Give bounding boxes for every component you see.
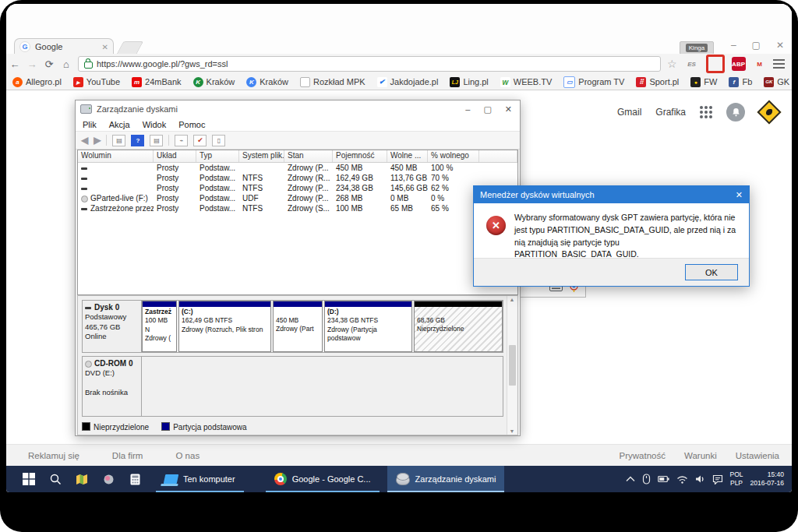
scroll-down-icon[interactable]: ▼ bbox=[510, 428, 515, 434]
bookmark-item[interactable]: Rozkład MPK bbox=[300, 77, 365, 87]
disk0-label[interactable]: Dysk 0 Podstawowy 465,76 GB Online bbox=[83, 301, 142, 352]
back-icon[interactable]: ← bbox=[6, 58, 23, 70]
help-icon[interactable]: ? bbox=[131, 135, 144, 146]
bookmark-item[interactable]: Kraków bbox=[193, 77, 235, 87]
bookmark-item[interactable]: FW bbox=[690, 77, 717, 87]
menu-pomoc[interactable]: Pomoc bbox=[178, 120, 205, 129]
footer-link-privacy[interactable]: Prywatność bbox=[620, 451, 666, 460]
search-icon[interactable] bbox=[42, 466, 69, 492]
ok-button[interactable]: OK bbox=[685, 264, 738, 280]
bookmark-item[interactable]: Program TV bbox=[563, 76, 624, 88]
forward-arrow-icon[interactable]: ▶ bbox=[94, 135, 101, 146]
gmail-link[interactable]: Gmail bbox=[617, 107, 641, 118]
view-table-icon[interactable]: ▤ bbox=[112, 135, 125, 146]
scrollbar[interactable]: ▲ ▼ bbox=[507, 296, 517, 435]
bookmark-item[interactable]: Jakdojade.pl bbox=[377, 77, 439, 87]
close-icon[interactable]: ✕ bbox=[505, 104, 512, 115]
properties-icon[interactable]: ▯ bbox=[212, 135, 225, 146]
tray-chevron-icon[interactable] bbox=[626, 476, 635, 482]
tray-battery-icon[interactable] bbox=[658, 475, 669, 483]
footer-link-settings[interactable]: Ustawienia bbox=[736, 451, 779, 460]
col-stan[interactable]: Stan bbox=[284, 150, 333, 162]
footer-link-terms[interactable]: Warunki bbox=[684, 451, 717, 460]
table-row[interactable]: GParted-live (F:) Prosty Podstaw... UDF … bbox=[78, 193, 517, 203]
minimize-icon[interactable]: – bbox=[731, 40, 736, 51]
menu-icon[interactable] bbox=[773, 59, 785, 69]
extension-ring-icon[interactable] bbox=[706, 55, 725, 73]
wrench-icon[interactable]: ⌁ bbox=[175, 135, 188, 146]
grafika-link[interactable]: Grafika bbox=[655, 107, 686, 118]
table-row[interactable]: Prosty Podstaw... Zdrowy (P... 450 MB 45… bbox=[78, 163, 517, 173]
col-system-plikow[interactable]: System plik... bbox=[239, 150, 284, 162]
maps-app-icon[interactable] bbox=[69, 466, 95, 492]
action-center-icon[interactable] bbox=[712, 474, 723, 484]
language-indicator[interactable]: POLPLP bbox=[730, 470, 743, 487]
clock[interactable]: 15:402016-07-16 bbox=[750, 470, 784, 488]
bookmark-item[interactable]: 24mBank bbox=[132, 77, 181, 87]
col-uklad[interactable]: Układ bbox=[154, 150, 196, 162]
home-icon[interactable]: ⌂ bbox=[58, 58, 75, 70]
bookmark-item[interactable]: Kraków bbox=[246, 77, 288, 87]
taskbar-button-disk-management[interactable]: Zarządzanie dyskami bbox=[387, 466, 505, 492]
menu-akcja[interactable]: Akcja bbox=[109, 120, 130, 129]
tab-close-icon[interactable]: ✕ bbox=[102, 43, 108, 51]
notifications-icon[interactable] bbox=[726, 103, 745, 122]
disk-management-titlebar[interactable]: Zarządzanie dyskami – ▢ ✕ bbox=[76, 100, 520, 118]
bookmark-item[interactable]: Allegro.pl bbox=[12, 77, 62, 87]
tray-mouse-icon[interactable] bbox=[642, 474, 651, 484]
partition-c[interactable]: (C:)162,49 GB NTFSZdrowy (Rozruch, Plik … bbox=[178, 301, 271, 352]
scroll-thumb[interactable] bbox=[509, 345, 516, 386]
cdrom-label[interactable]: CD-ROM 0 DVD (E:) Brak nośnika bbox=[83, 357, 142, 416]
col-typ[interactable]: Typ bbox=[196, 150, 239, 162]
forward-icon[interactable]: → bbox=[23, 58, 41, 70]
col-pct-wolnego[interactable]: % wolnego bbox=[428, 150, 479, 162]
tray-wifi-icon[interactable] bbox=[676, 475, 688, 484]
bookmark-item[interactable]: WEEB.TV bbox=[500, 77, 553, 87]
calculator-icon[interactable] bbox=[122, 466, 148, 492]
col-pojemnosc[interactable]: Pojemność bbox=[333, 150, 387, 162]
bookmark-item[interactable]: Fb bbox=[729, 77, 752, 87]
app-icon[interactable] bbox=[95, 466, 122, 492]
extension-gmail-icon[interactable]: M bbox=[753, 57, 767, 71]
minimize-icon[interactable]: – bbox=[465, 104, 470, 115]
taskbar-button-this-pc[interactable]: Ten komputer bbox=[156, 466, 244, 492]
table-row[interactable]: Zastrzeżone przez ... Prosty Podstaw... … bbox=[78, 203, 517, 213]
maximize-icon[interactable]: ▢ bbox=[752, 40, 761, 51]
menu-widok[interactable]: Widok bbox=[143, 120, 167, 129]
partition-recovery[interactable]: 450 MBZdrowy (Part bbox=[273, 301, 323, 352]
back-arrow-icon[interactable]: ◀ bbox=[81, 135, 88, 146]
footer-link-about[interactable]: O nas bbox=[175, 451, 200, 460]
extension-es-icon[interactable]: ES bbox=[685, 57, 699, 71]
bookmark-item[interactable]: GK bbox=[764, 77, 789, 87]
col-wolne[interactable]: Wolne ... bbox=[387, 150, 428, 162]
bookmark-item[interactable]: Ling.pl bbox=[450, 77, 488, 87]
partition-reserved[interactable]: Zastrzeż100 MB NZdrowy ( bbox=[142, 301, 177, 352]
partition-unallocated[interactable]: 68,36 GBNieprzydzielone bbox=[414, 301, 503, 352]
avatar[interactable] bbox=[759, 102, 779, 122]
footer-link-advertise[interactable]: Reklamuj się bbox=[28, 451, 79, 460]
maximize-icon[interactable]: ▢ bbox=[483, 104, 491, 115]
reload-icon[interactable]: ⟳ bbox=[41, 58, 58, 70]
tray-volume-icon[interactable] bbox=[695, 474, 705, 484]
table-row[interactable]: Prosty Podstaw... NTFS Zdrowy (P... 234,… bbox=[78, 183, 517, 193]
close-icon[interactable]: ✕ bbox=[736, 190, 743, 200]
apps-grid-icon[interactable] bbox=[700, 106, 712, 118]
bookmark-item[interactable]: YouTube bbox=[73, 77, 120, 87]
profile-button[interactable]: Kinga bbox=[680, 41, 714, 55]
dialog-titlebar[interactable]: Menedżer dysków wirtualnych ✕ bbox=[474, 186, 749, 203]
footer-link-business[interactable]: Dla firm bbox=[112, 451, 143, 460]
browser-tab[interactable]: G Google ✕ bbox=[14, 38, 114, 55]
col-wolumin[interactable]: Wolumin bbox=[78, 150, 154, 162]
taskbar-button-chrome[interactable]: Google - Google C... bbox=[266, 466, 380, 492]
table-row[interactable]: Prosty Podstaw... NTFS Zdrowy (R... 162,… bbox=[78, 173, 517, 183]
bookmark-star-icon[interactable]: ☆ bbox=[667, 58, 677, 70]
menu-plik[interactable]: Plik bbox=[83, 120, 97, 129]
address-bar[interactable]: https://www.google.pl/?gws_rd=ssl bbox=[78, 56, 661, 72]
view-graph-icon[interactable]: ▤ bbox=[150, 135, 163, 146]
bookmark-item[interactable]: Sport.pl bbox=[636, 77, 679, 87]
close-icon[interactable]: ✕ bbox=[776, 40, 784, 51]
new-tab-button[interactable] bbox=[117, 41, 144, 54]
checklist-icon[interactable]: ✔ bbox=[193, 135, 207, 146]
partition-d[interactable]: (D:)234,38 GB NTFSZdrowy (Partycja podst… bbox=[324, 301, 412, 352]
scroll-up-icon[interactable]: ▲ bbox=[510, 297, 515, 302]
